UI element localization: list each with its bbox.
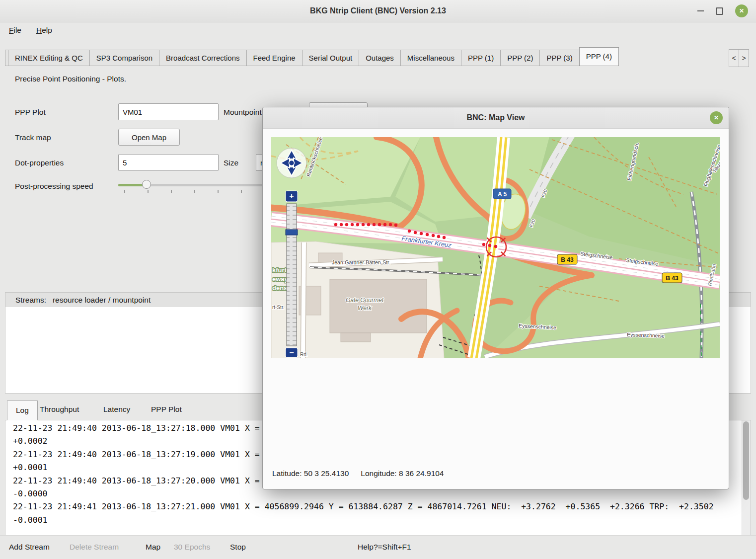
tab-ppp-1[interactable]: PPP (1) <box>461 50 501 66</box>
titlebar: BKG Ntrip Client (BNC) Version 2.13 ✕ <box>0 0 756 22</box>
map-canvas[interactable]: A 5 B 43 B 43 Frankfurter Kreuz Jean-Gar… <box>271 137 720 358</box>
poi-label-line1: Gate Gourmet <box>346 297 384 304</box>
log-scrollbar-thumb[interactable] <box>743 421 749 500</box>
log-line: 22-11-23 21:49:41 2013-06-18_13:27:21.00… <box>13 500 739 513</box>
window-controls: ✕ <box>697 0 748 22</box>
place-label-fragment: eway <box>272 275 289 283</box>
place-label-fragment: kfurt- <box>272 266 289 274</box>
dialog-titlebar: BNC: Map View ✕ <box>263 107 729 129</box>
bottom-tab-ppp-plot[interactable]: PPP Plot <box>151 405 182 414</box>
tab-broadcast-corrections[interactable]: Broadcast Corrections <box>159 50 246 66</box>
log-scrollbar[interactable] <box>742 420 751 535</box>
street-label-jgb: Jean-Gardner-Batten-Str. <box>332 259 390 265</box>
tab-sp3-comparison[interactable]: SP3 Comparison <box>89 50 159 66</box>
mountpoint-label: Mountpoint <box>224 108 266 117</box>
speed-slider[interactable] <box>118 184 265 186</box>
ppp-plot-input[interactable] <box>118 103 219 120</box>
menu-help[interactable]: Help <box>36 26 52 35</box>
slider-tick <box>148 190 149 193</box>
map-status-line: Latitude: 50 3 25.4130 Longitude: 8 36 2… <box>272 469 444 478</box>
b43-shield-label: B 43 <box>666 275 679 282</box>
place-label-fragment: dens <box>272 284 287 292</box>
slider-tick <box>194 190 195 193</box>
help-hint: Help?=Shift+F1 <box>358 543 411 552</box>
menu-file[interactable]: File <box>9 26 21 35</box>
dialog-close-glyph: ✕ <box>714 114 719 121</box>
tab-outages[interactable]: Outages <box>359 50 401 66</box>
dialog-title: BNC: Map View <box>466 113 525 122</box>
ppp-plot-label: PPP Plot <box>15 108 46 117</box>
tab-scroll-right-icon[interactable]: > <box>739 49 749 67</box>
statusbar: Add Stream Delete Stream Map 30 Epochs S… <box>0 535 756 559</box>
tab-rinex-editing-qc[interactable]: RINEX Editing & QC <box>8 50 90 66</box>
dialog-close-icon[interactable]: ✕ <box>710 111 723 124</box>
open-map-button[interactable]: Open Map <box>118 129 180 146</box>
pan-center-icon <box>289 160 295 166</box>
tab-ppp-3[interactable]: PPP (3) <box>539 50 579 66</box>
delete-stream-button: Delete Stream <box>70 543 119 552</box>
street-label-rd: Rd. <box>300 352 308 357</box>
b43-shield-label: B 43 <box>561 256 574 263</box>
tab-miscellaneous[interactable]: Miscellaneous <box>400 50 461 66</box>
tab-serial-output[interactable]: Serial Output <box>302 50 360 66</box>
street-label-fragment: rt-Str. <box>272 305 284 310</box>
bnc-main-window: BKG Ntrip Client (BNC) Version 2.13 ✕ Fi… <box>0 0 756 559</box>
tab-scroll-buttons: < > <box>729 49 749 67</box>
maximize-icon[interactable] <box>716 7 723 15</box>
track-map-label: Track map <box>15 133 51 142</box>
dot-size-input[interactable] <box>118 154 219 171</box>
zoom-in-icon[interactable]: + <box>289 192 294 200</box>
post-processing-speed-label: Post-processing speed <box>15 182 93 191</box>
stop-button[interactable]: Stop <box>230 543 246 552</box>
zoom-slider-handle[interactable] <box>286 230 298 235</box>
main-tabbar: RINEX Editing & QC SP3 Comparison Broadc… <box>5 47 619 66</box>
tab-ppp-2[interactable]: PPP (2) <box>500 50 540 66</box>
bottom-tab-log[interactable]: Log <box>7 400 38 420</box>
tab-scroll-left-icon[interactable]: < <box>729 49 739 67</box>
slider-tick <box>171 190 172 193</box>
zoom-slider-track[interactable] <box>287 204 297 346</box>
close-glyph: ✕ <box>739 7 744 14</box>
map-zoom-control[interactable]: + − <box>286 191 298 357</box>
close-icon[interactable]: ✕ <box>735 4 748 17</box>
menubar: File Help <box>0 22 756 38</box>
slider-tick <box>124 190 125 193</box>
dot-properties-label: Dot-properties <box>15 159 64 167</box>
add-stream-button[interactable]: Add Stream <box>9 543 50 552</box>
map-pan-control[interactable] <box>277 148 306 178</box>
bottom-tab-latency[interactable]: Latency <box>103 405 130 414</box>
map-svg: A 5 B 43 B 43 Frankfurter Kreuz Jean-Gar… <box>271 137 720 358</box>
epochs-button: 30 Epochs <box>174 543 210 552</box>
minimize-icon[interactable] <box>697 10 704 11</box>
tab-feed-engine[interactable]: Feed Engine <box>246 50 302 66</box>
tab-ppp-4[interactable]: PPP (4) <box>579 47 619 66</box>
panel-description: Precise Point Positioning - Plots. <box>15 75 126 83</box>
window-title: BKG Ntrip Client (BNC) Version 2.13 <box>310 6 446 15</box>
longitude-readout: Longitude: 8 36 24.9104 <box>361 469 444 478</box>
poi-label-line2: Werk <box>358 305 372 312</box>
map-view-dialog: BNC: Map View ✕ <box>262 107 729 489</box>
log-line: -0.0001 <box>13 514 739 527</box>
a5-shield-label: A 5 <box>498 191 507 198</box>
zoom-out-icon[interactable]: − <box>289 348 294 357</box>
map-button[interactable]: Map <box>146 543 160 552</box>
slider-tick <box>218 190 219 193</box>
slider-tick <box>241 190 242 193</box>
bottom-tab-throughput[interactable]: Throughput <box>40 405 79 414</box>
size-label: Size <box>224 159 238 167</box>
latitude-readout: Latitude: 50 3 25.4130 <box>272 469 349 478</box>
speed-slider-handle[interactable] <box>142 180 151 189</box>
